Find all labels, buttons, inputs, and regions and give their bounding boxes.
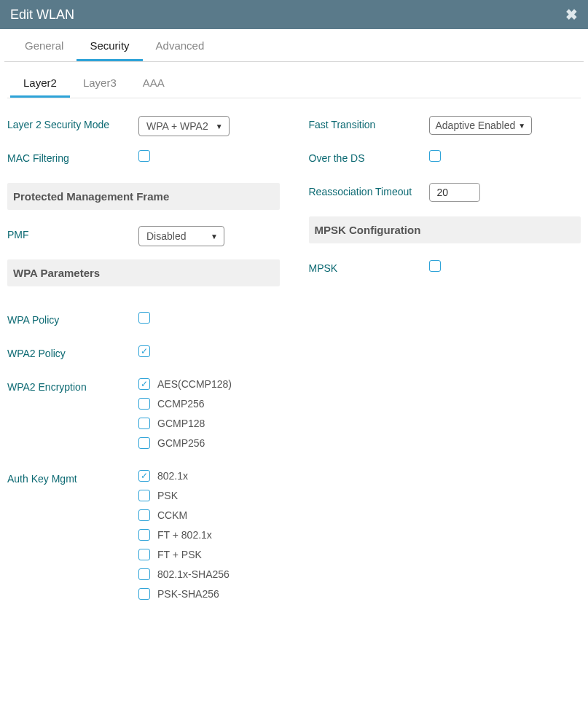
reassoc-timeout-label: Reassociation Timeout bbox=[309, 183, 429, 197]
wpa-policy-label: WPA Policy bbox=[7, 311, 138, 326]
tab-security[interactable]: Security bbox=[77, 31, 142, 61]
enc-aes-ccmp128-checkbox[interactable] bbox=[138, 378, 150, 390]
akm-psk-sha256-checkbox[interactable] bbox=[138, 588, 150, 600]
pmf-section-header: Protected Management Frame bbox=[7, 183, 280, 210]
mac-filtering-label: MAC Filtering bbox=[7, 149, 138, 164]
akm-8021x-sha256-checkbox[interactable] bbox=[138, 568, 150, 580]
wpa2-policy-label: WPA2 Policy bbox=[7, 345, 138, 359]
akm-ft-psk-checkbox[interactable] bbox=[138, 549, 150, 560]
auth-key-mgmt-label: Auth Key Mgmt bbox=[7, 470, 138, 485]
close-icon[interactable]: ✖ bbox=[565, 6, 578, 23]
dialog-header: Edit WLAN ✖ bbox=[0, 0, 588, 29]
enc-ccmp256-checkbox[interactable] bbox=[138, 398, 150, 410]
chevron-down-icon: ▼ bbox=[216, 122, 223, 130]
wpa-section-header: WPA Parameters bbox=[7, 259, 280, 286]
subtab-layer3[interactable]: Layer3 bbox=[70, 71, 130, 98]
akm-option-label: 802.1x-SHA256 bbox=[157, 568, 230, 580]
security-mode-select[interactable]: WPA + WPA2 ▼ bbox=[138, 116, 230, 136]
enc-gcmp128-checkbox[interactable] bbox=[138, 418, 150, 429]
left-column: Layer 2 Security Mode WPA + WPA2 ▼ MAC F… bbox=[7, 116, 280, 621]
chevron-down-icon: ▼ bbox=[211, 232, 218, 240]
enc-gcmp256-checkbox[interactable] bbox=[138, 437, 150, 449]
subtab-aaa[interactable]: AAA bbox=[130, 71, 178, 98]
over-the-ds-checkbox[interactable] bbox=[429, 150, 441, 162]
mpsk-checkbox[interactable] bbox=[429, 260, 441, 272]
enc-option-label: AES(CCMP128) bbox=[157, 378, 232, 390]
form-content: Layer 2 Security Mode WPA + WPA2 ▼ MAC F… bbox=[0, 98, 588, 628]
akm-option-label: PSK-SHA256 bbox=[157, 588, 219, 600]
reassoc-timeout-input[interactable] bbox=[429, 183, 480, 202]
mpsk-label: MPSK bbox=[309, 259, 429, 274]
akm-8021x-checkbox[interactable] bbox=[138, 470, 150, 482]
main-tabs: General Security Advanced bbox=[4, 31, 584, 62]
pmf-label: PMF bbox=[7, 226, 138, 240]
fast-transition-select[interactable]: Adaptive Enabled ▼ bbox=[429, 116, 533, 135]
akm-option-label: CCKM bbox=[157, 509, 187, 521]
akm-cckm-checkbox[interactable] bbox=[138, 509, 150, 521]
tab-general[interactable]: General bbox=[12, 31, 77, 61]
akm-option-label: FT + PSK bbox=[157, 549, 202, 560]
akm-ft-8021x-checkbox[interactable] bbox=[138, 529, 150, 541]
akm-option-label: 802.1x bbox=[157, 470, 188, 482]
mac-filtering-checkbox[interactable] bbox=[138, 150, 150, 162]
enc-option-label: CCMP256 bbox=[157, 398, 205, 410]
fast-transition-label: Fast Transition bbox=[309, 116, 429, 130]
tab-advanced[interactable]: Advanced bbox=[143, 31, 218, 61]
pmf-value: Disabled bbox=[146, 230, 186, 242]
enc-option-label: GCMP256 bbox=[157, 437, 205, 449]
enc-option-label: GCMP128 bbox=[157, 418, 205, 429]
chevron-down-icon: ▼ bbox=[518, 122, 525, 130]
security-mode-label: Layer 2 Security Mode bbox=[7, 116, 138, 130]
pmf-select[interactable]: Disabled ▼ bbox=[138, 226, 224, 246]
wpa2-encryption-label: WPA2 Encryption bbox=[7, 378, 138, 393]
mpsk-section-header: MPSK Configuration bbox=[309, 216, 581, 243]
akm-psk-checkbox[interactable] bbox=[138, 490, 150, 501]
wpa2-policy-checkbox[interactable] bbox=[138, 345, 150, 357]
right-column: Fast Transition Adaptive Enabled ▼ Over … bbox=[309, 116, 581, 621]
akm-option-label: PSK bbox=[157, 490, 178, 501]
over-the-ds-label: Over the DS bbox=[309, 149, 429, 164]
wpa2-encryption-options: AES(CCMP128) CCMP256 GCMP128 GCMP256 bbox=[138, 378, 280, 457]
fast-transition-value: Adaptive Enabled bbox=[436, 120, 516, 131]
auth-key-mgmt-options: 802.1x PSK CCKM FT + 802.1x FT + PSK 802… bbox=[138, 470, 280, 608]
wpa-policy-checkbox[interactable] bbox=[138, 312, 150, 324]
security-subtabs: Layer2 Layer3 AAA bbox=[7, 71, 581, 98]
subtab-layer2[interactable]: Layer2 bbox=[10, 71, 70, 98]
security-mode-value: WPA + WPA2 bbox=[146, 120, 208, 132]
dialog-title: Edit WLAN bbox=[10, 7, 74, 23]
akm-option-label: FT + 802.1x bbox=[157, 529, 212, 541]
